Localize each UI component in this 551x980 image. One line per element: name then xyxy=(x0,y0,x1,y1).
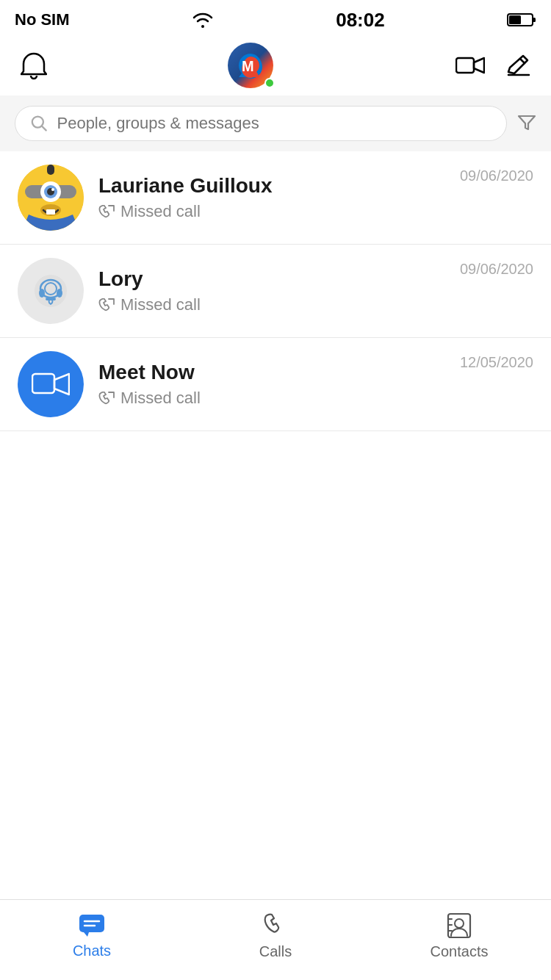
svg-point-19 xyxy=(57,289,62,298)
chat-name-meetnow: Meet Now xyxy=(98,361,445,384)
wifi-icon xyxy=(192,12,214,28)
notification-button[interactable] xyxy=(18,48,50,85)
battery-icon xyxy=(507,12,536,28)
nav-chats[interactable]: Chats xyxy=(48,906,136,967)
svg-rect-4 xyxy=(456,58,474,73)
missed-call-text-lory: Missed call xyxy=(120,295,201,314)
missed-call-text-meetnow: Missed call xyxy=(120,389,201,408)
svg-rect-14 xyxy=(46,209,55,215)
chat-item-meetnow[interactable]: Meet Now Missed call 12/05/2020 xyxy=(0,338,551,431)
avatar-lauriane xyxy=(18,165,84,231)
nav-calls[interactable]: Calls xyxy=(231,905,320,968)
filter-icon xyxy=(517,113,536,132)
filter-button[interactable] xyxy=(517,113,536,134)
svg-point-18 xyxy=(39,289,45,298)
chat-date-meetnow: 12/05/2020 xyxy=(460,354,533,371)
chat-name-lauriane: Lauriane Guilloux xyxy=(98,174,445,198)
avatar-meetnow xyxy=(18,351,84,417)
bottom-navigation: Chats Calls Contacts xyxy=(0,899,551,980)
chat-list: Lauriane Guilloux Missed call 09/06/2020 xyxy=(0,151,551,431)
missed-call-icon-meetnow xyxy=(98,392,115,405)
chat-date-lory: 09/06/2020 xyxy=(460,261,533,278)
avatar-lory xyxy=(18,258,84,324)
chat-item-lauriane[interactable]: Lauriane Guilloux Missed call 09/06/2020 xyxy=(0,151,551,245)
svg-point-24 xyxy=(455,919,464,928)
missed-call-icon-lory xyxy=(98,298,115,311)
calls-nav-icon xyxy=(263,912,288,939)
search-section xyxy=(0,96,551,151)
contacts-nav-icon xyxy=(447,912,472,939)
nav-contacts[interactable]: Contacts xyxy=(415,905,503,968)
chat-sub-lauriane: Missed call xyxy=(98,202,445,221)
chats-nav-icon xyxy=(78,913,106,938)
svg-rect-1 xyxy=(509,15,521,24)
chat-name-lory: Lory xyxy=(98,267,445,291)
chat-info-lory: Lory Missed call xyxy=(98,267,445,314)
chats-nav-label: Chats xyxy=(73,943,111,959)
chat-sub-meetnow: Missed call xyxy=(98,389,445,408)
status-bar: No SIM 08:02 xyxy=(0,0,551,37)
time-text: 08:02 xyxy=(336,9,385,32)
chat-sub-lory: Missed call xyxy=(98,295,445,314)
chat-info-lauriane: Lauriane Guilloux Missed call xyxy=(98,174,445,221)
svg-rect-7 xyxy=(47,165,54,175)
svg-rect-21 xyxy=(32,374,54,393)
video-call-button[interactable] xyxy=(453,52,488,81)
chat-date-lauriane: 09/06/2020 xyxy=(460,167,533,184)
search-icon xyxy=(30,114,48,133)
svg-point-12 xyxy=(51,188,54,191)
contacts-nav-label: Contacts xyxy=(431,943,489,960)
calls-nav-label: Calls xyxy=(259,943,292,960)
header-actions xyxy=(453,50,533,83)
chat-item-lory[interactable]: Lory Missed call 09/06/2020 xyxy=(0,245,551,338)
carrier-text: No SIM xyxy=(15,10,70,29)
compose-button[interactable] xyxy=(503,50,533,83)
svg-text:M: M xyxy=(242,58,254,74)
app-logo: M xyxy=(228,43,275,90)
missed-call-text-lauriane: Missed call xyxy=(120,202,201,221)
svg-rect-22 xyxy=(79,915,104,932)
missed-call-icon-lauriane xyxy=(98,205,115,218)
chat-info-meetnow: Meet Now Missed call xyxy=(98,361,445,408)
header: M xyxy=(0,37,551,96)
svg-rect-2 xyxy=(533,18,536,22)
online-status-dot xyxy=(264,78,275,88)
search-input[interactable] xyxy=(57,114,491,133)
